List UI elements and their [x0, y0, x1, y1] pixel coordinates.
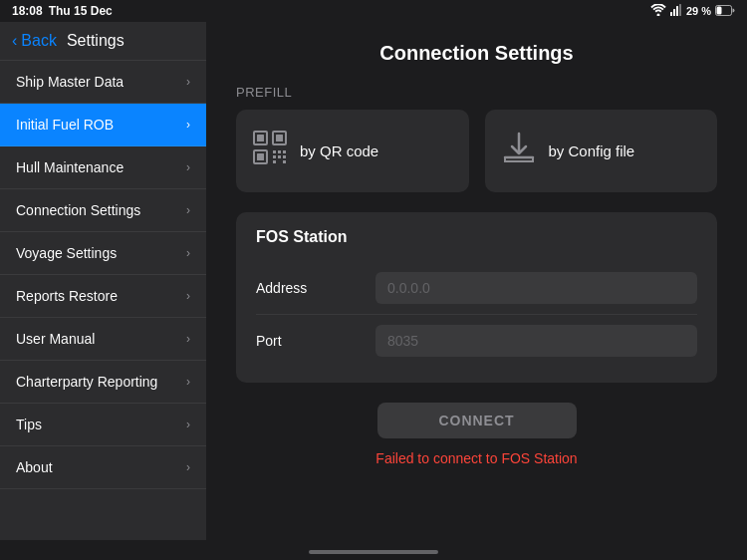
sidebar-item-ship-master-data[interactable]: Ship Master Data ›: [0, 61, 206, 104]
download-icon: [501, 130, 537, 172]
page-title: Connection Settings: [236, 42, 717, 65]
sidebar-header: ‹ Back Settings: [0, 22, 206, 61]
battery-icon: [715, 5, 735, 18]
chevron-right-icon: ›: [186, 203, 190, 217]
fos-station-card: FOS Station Address Port: [236, 212, 717, 383]
sidebar-item-label: Reports Restore: [16, 288, 118, 304]
port-input[interactable]: [375, 325, 697, 357]
port-label: Port: [256, 333, 375, 349]
back-label: Back: [21, 32, 57, 50]
sidebar-item-label: Voyage Settings: [16, 245, 117, 261]
fos-station-title: FOS Station: [256, 228, 697, 246]
bottom-bar: [0, 540, 747, 560]
scroll-indicator: [309, 550, 438, 554]
chevron-right-icon: ›: [186, 118, 190, 132]
qr-code-card[interactable]: by QR code: [236, 110, 469, 192]
chevron-right-icon: ›: [186, 75, 190, 89]
prefill-label: PREFILL: [236, 85, 717, 100]
connect-button[interactable]: CONNECT: [377, 403, 577, 438]
sidebar-item-label: About: [16, 459, 53, 475]
svg-rect-2: [676, 6, 678, 16]
sidebar-item-label: Charterparty Reporting: [16, 374, 157, 390]
sidebar-item-charterparty-reporting[interactable]: Charterparty Reporting ›: [0, 361, 206, 404]
sidebar-title: Settings: [67, 32, 124, 50]
svg-rect-18: [273, 160, 276, 163]
sidebar-section-bottom: User Manual › Charterparty Reporting › T…: [0, 318, 206, 489]
svg-rect-16: [278, 155, 281, 158]
chevron-right-icon: ›: [186, 418, 190, 431]
status-date: Thu 15 Dec: [49, 4, 113, 18]
config-file-label: by Config file: [549, 142, 635, 159]
svg-rect-1: [673, 9, 675, 16]
sidebar-section-mid: Connection Settings › Voyage Settings › …: [0, 189, 206, 318]
status-bar: 18:08 Thu 15 Dec 29 %: [0, 0, 747, 22]
sidebar-item-label: Connection Settings: [16, 202, 140, 218]
main-layout: ‹ Back Settings Ship Master Data › Initi…: [0, 22, 747, 540]
qr-code-label: by QR code: [300, 142, 378, 159]
sidebar-item-label: Initial Fuel ROB: [16, 117, 114, 133]
sidebar-item-label: User Manual: [16, 331, 95, 347]
address-label: Address: [256, 280, 375, 296]
back-button[interactable]: ‹ Back: [12, 32, 57, 50]
sidebar-item-reports-restore[interactable]: Reports Restore ›: [0, 275, 206, 317]
sidebar-item-connection-settings[interactable]: Connection Settings ›: [0, 189, 206, 232]
back-chevron-icon: ‹: [12, 32, 17, 50]
sidebar-item-user-manual[interactable]: User Manual ›: [0, 318, 206, 361]
sidebar-item-hull-maintenance[interactable]: Hull Maintenance ›: [0, 146, 206, 188]
chevron-right-icon: ›: [186, 375, 190, 389]
wifi-icon: [650, 4, 666, 18]
content-area: Connection Settings PREFILL: [206, 22, 747, 540]
sidebar-item-voyage-settings[interactable]: Voyage Settings ›: [0, 232, 206, 275]
chevron-right-icon: ›: [186, 246, 190, 260]
status-bar-left: 18:08 Thu 15 Dec: [12, 4, 113, 18]
sidebar-item-tips[interactable]: Tips ›: [0, 404, 206, 446]
svg-rect-3: [679, 4, 681, 16]
signal-icon: [670, 4, 682, 18]
sidebar-item-label: Hull Maintenance: [16, 159, 124, 175]
battery-status: 29 %: [686, 5, 711, 17]
error-message: Failed to connect to FOS Station: [236, 450, 717, 466]
sidebar-item-label: Ship Master Data: [16, 74, 124, 90]
svg-rect-9: [276, 135, 283, 141]
sidebar-section-top: Ship Master Data › Initial Fuel ROB › Hu…: [0, 61, 206, 189]
svg-rect-0: [670, 12, 672, 16]
port-row: Port: [256, 315, 697, 367]
svg-rect-11: [257, 153, 264, 160]
qr-code-icon: [252, 130, 288, 172]
prefill-section: PREFILL: [236, 85, 717, 192]
svg-rect-12: [273, 150, 276, 153]
prefill-cards: by QR code by Config file: [236, 110, 717, 192]
svg-rect-7: [257, 135, 264, 141]
status-time: 18:08: [12, 4, 43, 18]
svg-rect-15: [273, 155, 276, 158]
svg-rect-13: [278, 150, 281, 153]
sidebar-item-about[interactable]: About ›: [0, 446, 206, 488]
chevron-right-icon: ›: [186, 332, 190, 346]
chevron-right-icon: ›: [186, 289, 190, 303]
config-file-card[interactable]: by Config file: [485, 110, 718, 192]
svg-rect-5: [717, 6, 722, 14]
sidebar-item-label: Tips: [16, 417, 42, 432]
chevron-right-icon: ›: [186, 460, 190, 474]
address-input[interactable]: [375, 272, 697, 304]
svg-rect-17: [283, 155, 286, 158]
address-row: Address: [256, 262, 697, 315]
chevron-right-icon: ›: [186, 160, 190, 174]
sidebar: ‹ Back Settings Ship Master Data › Initi…: [0, 22, 206, 540]
svg-rect-14: [283, 150, 286, 153]
status-bar-right: 29 %: [650, 4, 735, 18]
svg-rect-19: [283, 160, 286, 163]
sidebar-item-initial-fuel-rob[interactable]: Initial Fuel ROB ›: [0, 104, 206, 146]
